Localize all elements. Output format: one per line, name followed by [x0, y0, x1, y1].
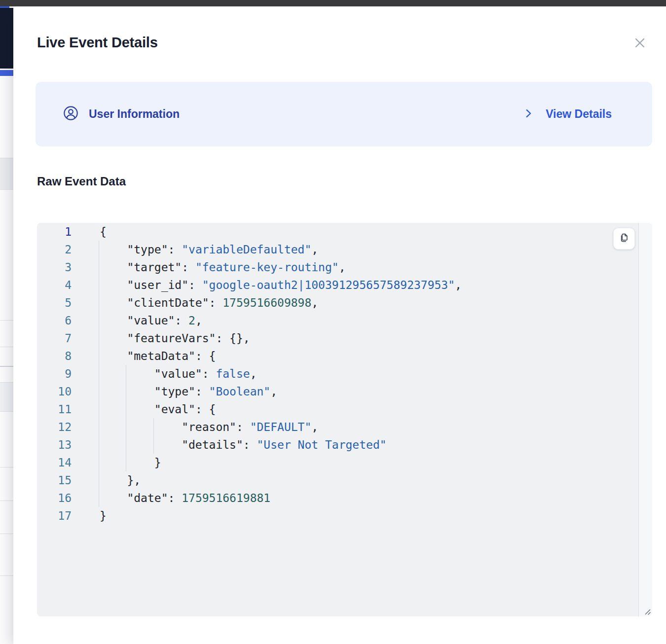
line-content: "eval": {: [72, 400, 216, 418]
copy-icon: [619, 232, 630, 245]
x-icon: [633, 36, 647, 51]
line-number: 17: [37, 507, 72, 525]
user-information-card[interactable]: User Information View Details: [36, 82, 652, 146]
line-content: "metaData": {: [72, 347, 216, 365]
line-number: 14: [37, 454, 72, 471]
line-number: 1: [37, 223, 72, 241]
code-line: 17}: [37, 507, 638, 525]
user-information-label: User Information: [89, 107, 180, 121]
sidebar-strip: [0, 8, 13, 69]
line-content: "target": "feature-key-routing",: [72, 258, 346, 276]
line-number: 8: [37, 347, 72, 365]
raw-event-code-editor[interactable]: 1{2 "type": "variableDefaulted",3 "targe…: [37, 223, 652, 616]
background-page-strip: [0, 0, 13, 644]
close-button[interactable]: [631, 35, 649, 52]
code-line: 2 "type": "variableDefaulted",: [37, 241, 638, 258]
background-row-divider: [0, 366, 13, 367]
line-content: "clientDate": 1759516609898,: [72, 294, 318, 312]
code-line: 9 "value": false,: [37, 365, 638, 383]
screen: Live Event Details User Information: [0, 0, 666, 644]
browser-topbar: [0, 0, 666, 6]
line-number: 13: [37, 436, 72, 454]
background-row-divider: [0, 501, 13, 501]
editor-right-gutter: [638, 223, 652, 616]
line-number: 11: [37, 400, 72, 418]
line-number: 15: [37, 471, 72, 489]
line-content: "type": "Boolean",: [72, 383, 277, 400]
line-content: "value": false,: [72, 365, 257, 383]
page-title: Live Event Details: [37, 34, 158, 51]
line-number: 16: [37, 489, 72, 507]
code-line: 15 },: [37, 471, 638, 489]
line-number: 12: [37, 418, 72, 436]
line-number: 7: [37, 329, 72, 347]
background-row-divider: [0, 467, 13, 467]
line-content: "value": 2,: [72, 312, 202, 329]
raw-event-data-heading: Raw Event Data: [37, 174, 126, 189]
code-line: 11 "eval": {: [37, 400, 638, 418]
line-content: "details": "User Not Targeted": [72, 436, 387, 454]
sidebar-active-indicator: [0, 70, 13, 76]
background-table-band: [0, 382, 13, 412]
line-content: {: [72, 223, 107, 241]
code-line: 14 }: [37, 454, 638, 471]
code-line: 16 "date": 1759516619881: [37, 489, 638, 507]
code-line: 5 "clientDate": 1759516609898,: [37, 294, 638, 312]
line-number: 2: [37, 241, 72, 258]
code-line: 8 "metaData": {: [37, 347, 638, 365]
background-row-divider: [0, 320, 13, 321]
code-line: 10 "type": "Boolean",: [37, 383, 638, 400]
view-details-button[interactable]: View Details: [523, 107, 612, 121]
code-line: 3 "target": "feature-key-routing",: [37, 258, 638, 276]
copy-button[interactable]: [613, 228, 635, 250]
line-content: "type": "variableDefaulted",: [72, 241, 318, 258]
code-line: 1{: [37, 223, 638, 241]
code-line: 6 "value": 2,: [37, 312, 638, 329]
line-number: 10: [37, 383, 72, 400]
user-information-group: User Information: [63, 106, 180, 123]
line-content: "featureVars": {},: [72, 329, 250, 347]
view-details-label: View Details: [546, 107, 612, 121]
code-line: 7 "featureVars": {},: [37, 329, 638, 347]
line-content: },: [72, 471, 141, 489]
line-number: 6: [37, 312, 72, 329]
code-line: 13 "details": "User Not Targeted": [37, 436, 638, 454]
line-number: 9: [37, 365, 72, 383]
background-row-divider: [0, 575, 13, 576]
line-content: }: [72, 507, 107, 525]
line-content: "reason": "DEFAULT",: [72, 418, 318, 436]
background-row-divider: [0, 347, 13, 347]
background-table-header: [0, 158, 13, 190]
code-line: 4 "user_id": "google-oauth2|100391295657…: [37, 276, 638, 294]
line-content: }: [72, 454, 161, 471]
live-event-details-modal: Live Event Details User Information: [13, 6, 666, 644]
line-content: "user_id": "google-oauth2|10039129565758…: [72, 276, 462, 294]
line-number: 4: [37, 276, 72, 294]
user-circle-icon: [63, 106, 78, 123]
code-lines: 1{2 "type": "variableDefaulted",3 "targe…: [37, 223, 638, 525]
background-row-divider: [0, 534, 13, 534]
line-content: "date": 1759516619881: [72, 489, 270, 507]
resize-handle-icon[interactable]: [642, 607, 651, 615]
chevron-right-icon: [523, 108, 534, 120]
line-number: 3: [37, 258, 72, 276]
line-number: 5: [37, 294, 72, 312]
code-line: 12 "reason": "DEFAULT",: [37, 418, 638, 436]
